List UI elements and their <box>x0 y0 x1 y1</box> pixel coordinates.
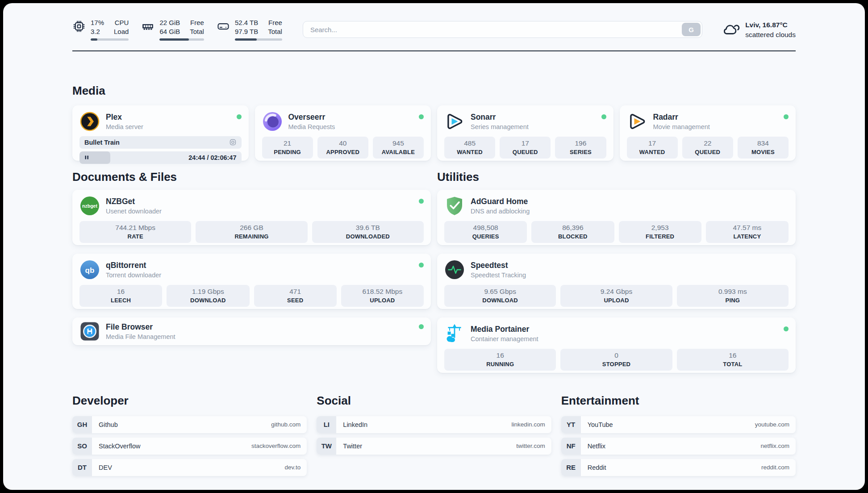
cpu-load-value: 3.2 <box>91 27 104 36</box>
sonarr-icon <box>444 111 465 132</box>
bookmark-linkedin[interactable]: LI LinkedIn linkedin.com <box>317 416 551 433</box>
stat-queued: 22 QUEUED <box>682 137 733 159</box>
bookmark-groups: Developer GH Github github.com SO StackO… <box>72 393 796 490</box>
memory-total-value: 64 GiB <box>159 27 180 36</box>
topbar-divider <box>72 50 796 51</box>
app-card-speedtest[interactable]: Speedtest Speedtest Tracking 9.65 Gbps D… <box>437 254 796 309</box>
search-provider-button[interactable]: G <box>682 23 701 36</box>
bookmark-github[interactable]: GH Github github.com <box>72 416 307 433</box>
radarr-icon <box>627 111 647 132</box>
bookmark-netflix[interactable]: NF Netflix netflix.com <box>561 438 796 455</box>
stat-stopped: 0 STOPPED <box>560 349 672 371</box>
section-title-media: Media <box>72 84 796 98</box>
weather-widget: Lviv, 16.87°C scattered clouds <box>721 20 796 39</box>
bookmark-url: dev.to <box>285 464 301 471</box>
bookmark-reddit[interactable]: RE Reddit reddit.com <box>561 459 796 476</box>
bookmark-stackoverflow[interactable]: SO StackOverflow stackoverflow.com <box>72 438 307 455</box>
svg-text:nzbget: nzbget <box>82 203 97 209</box>
filebrowser-icon <box>79 321 100 342</box>
app-title: File Browser <box>106 322 175 332</box>
stat-series: 196 SERIES <box>555 137 606 159</box>
section-title-social: Social <box>317 393 551 408</box>
app-title: AdGuard Home <box>471 197 530 206</box>
bookmark-name: Netflix <box>588 443 605 450</box>
app-description: Container management <box>471 335 538 343</box>
bookmark-abbr: LI <box>317 416 336 433</box>
topbar: 17% 3.2 CPU Load <box>72 18 796 41</box>
bookmark-url: youtube.com <box>755 421 789 428</box>
bookmark-abbr: DT <box>72 459 92 476</box>
status-dot <box>419 114 424 119</box>
pause-button[interactable] <box>84 155 89 160</box>
cpu-progress-bar <box>91 38 129 41</box>
bookmark-abbr: TW <box>317 438 336 455</box>
stat-wanted: 485 WANTED <box>444 137 495 159</box>
bookmark-name: LinkedIn <box>343 421 367 428</box>
bookmark-url: netflix.com <box>760 443 789 449</box>
now-playing-progress-row: 24:44 / 02:06:47 <box>79 151 242 164</box>
app-description: Speedtest Tracking <box>471 272 526 279</box>
memory-progress-bar <box>159 38 204 41</box>
app-card-overseerr[interactable]: Overseerr Media Requests 21 PENDING 40 A… <box>255 105 431 161</box>
stat-movies: 834 MOVIES <box>738 137 789 159</box>
stat-seed: 471 SEED <box>254 285 337 307</box>
app-card-plex[interactable]: Plex Media server Bullet Train <box>72 105 249 161</box>
bookmark-youtube[interactable]: YT YouTube youtube.com <box>561 416 796 433</box>
stat-latency: 47.57 ms LATENCY <box>706 221 789 243</box>
status-dot <box>419 324 424 329</box>
resource-widgets: 17% 3.2 CPU Load <box>72 18 282 41</box>
app-card-radarr[interactable]: Radarr Movie management 17 WANTED 22 QUE… <box>620 105 796 161</box>
stat-leech: 16 LEECH <box>79 285 162 307</box>
bookmark-url: reddit.com <box>761 464 789 471</box>
disk-widget: 52.4 TB 97.9 TB Free Total <box>217 18 282 41</box>
search-input[interactable] <box>303 21 702 38</box>
utilities-column: Utilities AdGuard Home DNS and adblockin… <box>437 170 796 373</box>
weather-location: Lviv, 16.87°C <box>745 20 796 30</box>
status-dot <box>419 199 424 204</box>
speedtest-icon <box>444 259 465 280</box>
now-playing-title: Bullet Train <box>84 139 120 146</box>
bookmark-dev[interactable]: DT DEV dev.to <box>72 459 307 476</box>
app-card-portainer[interactable]: Media Portainer Container management 16 … <box>437 318 796 373</box>
memory-free-label: Free <box>190 18 204 27</box>
app-title: Plex <box>106 113 143 122</box>
status-dot <box>419 263 424 267</box>
app-card-qbittorrent[interactable]: qb qBittorrent Torrent downloader 16 LEE… <box>72 254 431 309</box>
bookmark-name: Reddit <box>588 464 606 471</box>
stat-downloaded: 39.6 TB DOWNLOADED <box>312 221 424 243</box>
cpu-usage-label: CPU <box>115 18 129 27</box>
app-description: Usenet downloader <box>106 208 162 215</box>
bookmark-url: stackoverflow.com <box>251 443 300 449</box>
cpu-usage-value: 17% <box>91 18 104 27</box>
cpu-progress-fill <box>91 38 97 41</box>
disk-total-label: Total <box>268 27 282 36</box>
stat-upload: 618.52 Mbps UPLOAD <box>341 285 424 307</box>
status-dot <box>237 114 242 119</box>
app-card-adguard[interactable]: AdGuard Home DNS and adblocking 498,508 … <box>437 190 796 245</box>
bookmark-name: YouTube <box>588 421 613 428</box>
app-card-nzbget[interactable]: nzbget NZBGet Usenet downloader 744.21 M… <box>72 190 431 245</box>
app-card-sonarr[interactable]: Sonarr Series management 485 WANTED 17 Q… <box>437 105 613 161</box>
section-title-documents: Documents & Files <box>72 170 431 184</box>
app-title: Overseerr <box>288 113 335 122</box>
bookmark-twitter[interactable]: TW Twitter twitter.com <box>317 438 551 455</box>
app-card-filebrowser[interactable]: File Browser Media File Management <box>72 318 431 345</box>
disk-progress-bar <box>235 38 282 41</box>
app-title: Sonarr <box>471 113 529 122</box>
bookmark-url: github.com <box>271 421 300 428</box>
portainer-icon <box>444 323 465 344</box>
bookmark-abbr: NF <box>561 438 581 455</box>
status-dot <box>784 114 789 119</box>
disk-progress-fill <box>235 38 257 41</box>
app-description: Media server <box>106 123 143 130</box>
app-description: Torrent downloader <box>106 272 161 279</box>
disk-icon <box>217 20 230 41</box>
app-description: Series management <box>471 123 529 130</box>
memory-total-label: Total <box>190 27 204 36</box>
video-icon <box>229 138 237 146</box>
bookmark-url: linkedin.com <box>512 421 545 428</box>
stat-remaining: 266 GB REMAINING <box>196 221 307 243</box>
bookmark-abbr: RE <box>561 459 581 476</box>
stat-ping: 0.993 ms PING <box>677 285 789 307</box>
playback-time: 24:44 / 02:06:47 <box>188 154 236 161</box>
